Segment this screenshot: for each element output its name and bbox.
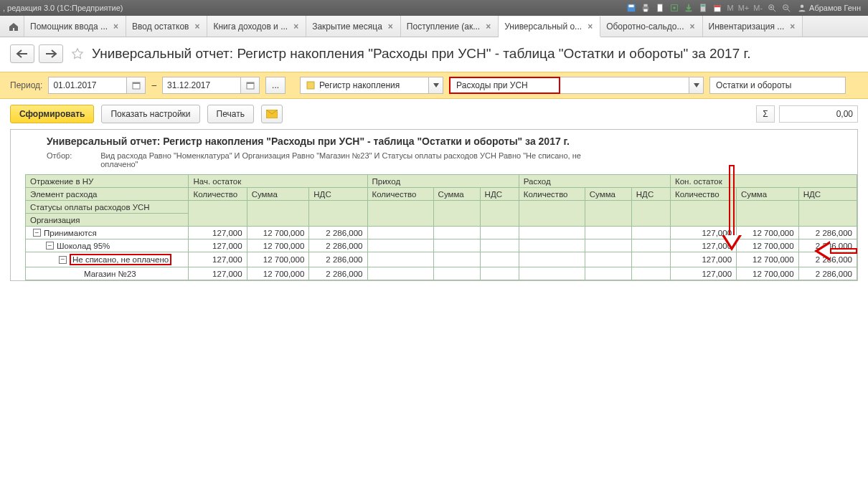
register-type-drop[interactable] (429, 77, 443, 94)
tab-label: Закрытие месяца (312, 22, 382, 32)
hdr-prihod: Приход (367, 175, 519, 188)
export-icon[interactable] (682, 1, 695, 14)
tab-2[interactable]: Книга доходов и ...× (207, 16, 306, 37)
print-button[interactable]: Печать (207, 105, 254, 123)
tab-label: Ввод остатков (132, 22, 189, 32)
tab-close-icon[interactable]: × (689, 22, 697, 32)
row-label: Принимаются (44, 229, 97, 237)
table-row[interactable]: −Шоколад 95%127,00012 700,0002 286,00012… (26, 239, 857, 252)
print-icon[interactable] (639, 1, 652, 14)
svg-rect-25 (307, 82, 314, 89)
report-table: Отражение в НУ Нач. остаток Приход Расхо… (25, 174, 857, 280)
period-to-input[interactable]: 31.12.2017 (162, 77, 241, 94)
tab-label: Универсальный о... (504, 22, 582, 32)
tab-4[interactable]: Поступление (ак...× (401, 16, 499, 37)
register-name-ext[interactable] (560, 77, 689, 94)
tab-label: Книга доходов и ... (213, 22, 288, 32)
generate-button[interactable]: Сформировать (10, 105, 94, 123)
tree-toggle[interactable]: − (33, 229, 41, 237)
preview-icon[interactable] (668, 1, 681, 14)
table-select[interactable]: Остатки и обороты (709, 77, 846, 94)
register-name-drop[interactable] (689, 77, 704, 94)
tab-close-icon[interactable]: × (484, 22, 492, 32)
period-to-calendar[interactable] (241, 77, 260, 94)
favorite-icon[interactable] (70, 47, 85, 61)
tab-close-icon[interactable]: × (193, 22, 201, 32)
tab-label: Поступление (ак... (407, 22, 480, 32)
table-row[interactable]: −Принимаются127,00012 700,0002 286,00012… (26, 227, 857, 239)
hdr-nach: Нач. остаток (189, 175, 367, 188)
sum-display: 0,00 (779, 105, 858, 123)
svg-line-18 (788, 9, 791, 12)
svg-rect-4 (644, 9, 648, 12)
forward-button[interactable] (39, 44, 63, 63)
tab-1[interactable]: Ввод остатков× (126, 16, 207, 37)
tab-5[interactable]: Универсальный о...× (499, 16, 600, 37)
svg-point-7 (674, 6, 676, 9)
nav-row: Универсальный отчет: Регистр накопления … (0, 37, 868, 66)
m-minus-button[interactable]: M- (751, 4, 765, 12)
svg-rect-1 (629, 5, 634, 8)
tab-close-icon[interactable]: × (292, 22, 300, 32)
sum-button[interactable]: Σ (756, 105, 775, 123)
user-name: Абрамов Генн (809, 4, 861, 12)
tree-toggle[interactable]: − (46, 242, 54, 250)
svg-rect-5 (658, 4, 663, 12)
tab-close-icon[interactable]: × (788, 22, 796, 32)
filter-value: Вид расхода Равно "Номенклатура" И Орган… (100, 151, 588, 168)
register-name-select[interactable]: Расходы при УСН (449, 77, 560, 94)
register-type-select[interactable]: Регистр накопления (300, 77, 429, 94)
table-row[interactable]: −Не списано, не оплачено127,00012 700,00… (26, 252, 857, 267)
svg-rect-12 (714, 6, 721, 8)
period-label: Период: (10, 80, 42, 90)
doc-icon[interactable] (654, 1, 666, 14)
calendar-icon[interactable] (711, 1, 724, 14)
tab-close-icon[interactable]: × (387, 22, 395, 32)
tab-label: Помощник ввода ... (30, 22, 108, 32)
tree-toggle[interactable]: − (59, 256, 67, 264)
report-area: Универсальный отчет: Регистр накопления … (10, 129, 858, 281)
mail-button[interactable] (261, 105, 283, 123)
filter-bar: Период: 01.01.2017 – 31.12.2017 ... Реги… (0, 72, 868, 99)
tab-0[interactable]: Помощник ввода ...× (24, 16, 126, 37)
row-label: Не списано, не оплачено (70, 254, 171, 265)
period-dash: – (151, 80, 156, 90)
period-from-input[interactable]: 01.01.2017 (48, 77, 127, 94)
svg-rect-22 (133, 82, 140, 84)
tab-3[interactable]: Закрытие месяца× (306, 16, 401, 37)
tab-label: Инвентаризация ... (709, 22, 785, 32)
tabbar: Помощник ввода ...×Ввод остатков×Книга д… (0, 16, 868, 37)
titlebar: , редакция 3.0 (1С:Предприятие) M M+ M- … (0, 0, 868, 16)
back-button[interactable] (10, 44, 34, 63)
period-select-button[interactable]: ... (265, 77, 286, 94)
svg-point-20 (801, 5, 804, 9)
row-label: Шоколад 95% (57, 242, 110, 250)
m-button[interactable]: M (725, 4, 735, 12)
hdr-org: Организация (26, 214, 189, 227)
svg-rect-3 (644, 4, 648, 7)
m-plus-button[interactable]: M+ (736, 4, 752, 12)
user-label[interactable]: Абрамов Генн (793, 4, 865, 12)
home-tab[interactable] (3, 16, 24, 37)
period-from-calendar[interactable] (127, 77, 146, 94)
hdr-elem: Элемент расхода (26, 188, 189, 201)
save-icon[interactable] (625, 1, 638, 14)
report-title: Универсальный отчет: Регистр накопления … (47, 136, 821, 147)
app-title: , редакция 3.0 (1С:Предприятие) (3, 4, 123, 12)
show-settings-button[interactable]: Показать настройки (101, 105, 199, 123)
calc-icon[interactable] (697, 1, 709, 14)
table-row[interactable]: Магазин №23127,00012 700,0002 286,000127… (26, 267, 857, 280)
svg-rect-10 (702, 5, 705, 7)
action-bar: Сформировать Показать настройки Печать Σ… (0, 99, 868, 129)
zoom-in-icon[interactable] (765, 1, 778, 14)
zoom-out-icon[interactable] (780, 1, 793, 14)
tab-close-icon[interactable]: × (586, 22, 594, 32)
tab-7[interactable]: Инвентаризация ...× (703, 16, 803, 37)
page-title: Универсальный отчет: Регистр накопления … (92, 46, 750, 62)
hdr-status: Статусы оплаты расходов УСН (26, 201, 189, 214)
svg-rect-8 (686, 11, 692, 12)
tab-close-icon[interactable]: × (112, 22, 120, 32)
svg-rect-24 (247, 82, 254, 84)
tab-6[interactable]: Оборотно-сальдо...× (600, 16, 702, 37)
hdr-otr: Отражение в НУ (26, 175, 189, 188)
